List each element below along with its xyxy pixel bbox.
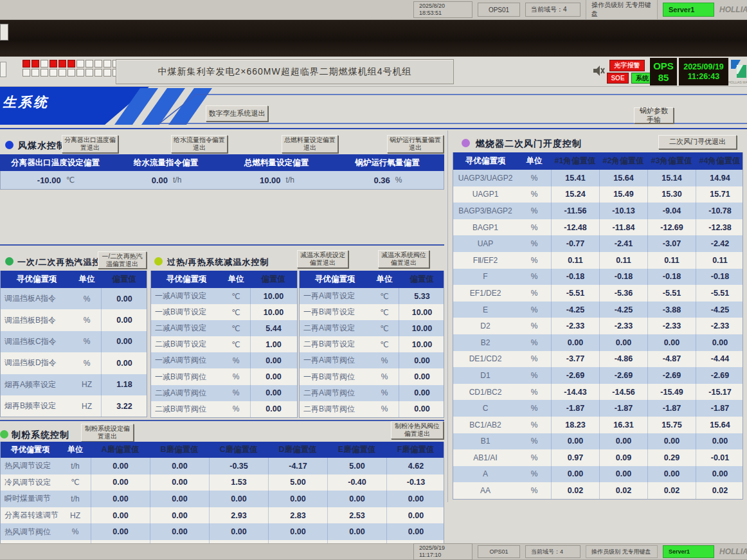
alarm-indicator[interactable] bbox=[32, 60, 39, 68]
table-cell: ℃ bbox=[370, 340, 399, 349]
table-cell: 0.00 bbox=[101, 309, 147, 330]
alarm-indicator[interactable] bbox=[59, 60, 66, 68]
alarm-indicator[interactable] bbox=[76, 69, 84, 77]
table-cell: -1.87 bbox=[551, 400, 599, 417]
table-row: B1%0.000.000.000.00 bbox=[453, 433, 742, 450]
alarm-indicator[interactable] bbox=[32, 69, 39, 77]
table-cell: % bbox=[518, 354, 551, 363]
table-row: C%-1.87-1.87-1.87-1.87 bbox=[453, 400, 742, 417]
alarm-indicator[interactable] bbox=[86, 69, 93, 77]
alarm-indicator[interactable] bbox=[94, 69, 102, 77]
table-cell: -2.33 bbox=[696, 318, 744, 334]
table-cell: -1.87 bbox=[696, 400, 744, 417]
spray-valve-bias-exit-button[interactable]: 减温水系统阀位偏置退出 bbox=[378, 250, 429, 268]
table-header-cell: 单位 bbox=[370, 274, 399, 285]
table-row: D1%-2.69-2.69-2.69-2.69 bbox=[453, 367, 742, 384]
top-date: 2025/8/20 bbox=[419, 3, 467, 10]
table-cell: -5.51 bbox=[551, 285, 599, 302]
alarm-indicator[interactable] bbox=[22, 60, 30, 68]
speaker-icon[interactable] bbox=[592, 64, 605, 77]
table-body: 热风调节设定t/h0.000.00-0.35-4.175.004.62冷风调节设… bbox=[1, 458, 444, 557]
table-header-cell: #3角偏置值 bbox=[647, 156, 696, 167]
table-cell: HZ bbox=[73, 402, 101, 411]
boiler-manual-input-button[interactable]: 锅炉参数手输 bbox=[634, 107, 674, 123]
table-cell: 0.00 bbox=[91, 507, 150, 524]
table-row: 一再B调节阀位%0.00 bbox=[300, 368, 444, 384]
bottom-datetime: 2025/9/19 11:17:10 bbox=[413, 543, 473, 560]
table-header-cell: 给水流量指令偏置 bbox=[111, 158, 221, 168]
section-title: 过热/再热系统减温水控制 bbox=[167, 257, 269, 268]
table-cell: 0.00 bbox=[150, 523, 209, 540]
secondary-air-opt-exit-button[interactable]: 二次风门寻优退出 bbox=[658, 135, 737, 149]
digital-twin-exit-button[interactable]: 数字孪生系统退出 bbox=[206, 105, 268, 122]
table-cell: -0.40 bbox=[327, 474, 386, 491]
reheat-bias-exit-button[interactable]: 一/二次再热汽温偏置退出 bbox=[98, 251, 147, 269]
table-row: 一再B调节设定℃10.00 bbox=[300, 304, 444, 320]
top-time: 18:53:51 bbox=[419, 10, 467, 17]
table-cell: 二再B调节阀位 bbox=[300, 404, 370, 415]
table-cell: DE1/CD2 bbox=[453, 354, 518, 363]
table-cell: 2.83 bbox=[268, 507, 327, 524]
table-cell: 烟再A频率设定 bbox=[1, 379, 73, 390]
top-station: OPS01 bbox=[478, 3, 520, 17]
alarm-indicator[interactable] bbox=[50, 69, 57, 77]
table-row: 烟再B频率设定HZ3.22 bbox=[1, 395, 147, 417]
alarm-indicator[interactable] bbox=[104, 60, 111, 68]
table-row: 二再B调节阀位%0.00 bbox=[300, 401, 444, 417]
table-row: 调温挡板B指令%0.00 bbox=[1, 309, 147, 330]
table-cell: D1 bbox=[453, 371, 518, 380]
ops-station-display: OPS 85 bbox=[650, 58, 677, 86]
alarm-indicator[interactable] bbox=[76, 60, 84, 68]
table-header-cell: 总燃料量设定偏置 bbox=[221, 158, 332, 168]
bottom-system-bar: 2025/9/19 11:17:10 OPS01 当前域号：4 操作员级别 无专… bbox=[0, 543, 747, 560]
alarm-indicator[interactable] bbox=[104, 69, 111, 77]
table-cell: 0.00 bbox=[150, 474, 209, 491]
table-cell: AA bbox=[453, 486, 518, 495]
table-cell: 5.00 bbox=[268, 474, 327, 491]
table-cell: 0.00 bbox=[101, 331, 147, 352]
mill-setpoint-bias-exit-button[interactable]: 制粉系统设定偏置退出 bbox=[81, 424, 134, 442]
alarm-indicator[interactable] bbox=[68, 69, 75, 77]
table-row: AB1/AⅠ%0.970.090.29-0.01 bbox=[453, 449, 742, 466]
table-cell: 15.49 bbox=[599, 186, 647, 203]
table-cell: 烟再B频率设定 bbox=[1, 401, 73, 411]
table-header-cell: C磨偏置值 bbox=[209, 444, 268, 455]
section-mill-control: 制粉系统控制 制粉系统设定偏置退出 制粉冷热风阀位偏置退出 寻优偏置项单位A磨偏… bbox=[0, 422, 444, 545]
table-row: 烟再A频率设定HZ1.18 bbox=[1, 374, 147, 395]
section-bullet-icon bbox=[5, 141, 14, 149]
table-cell: 0.00 bbox=[647, 433, 696, 450]
alarm-indicator[interactable] bbox=[50, 60, 57, 68]
table-cell: 调温挡板D指令 bbox=[1, 357, 73, 368]
alarm-indicator[interactable] bbox=[40, 69, 48, 77]
alarm-indicator[interactable] bbox=[22, 69, 30, 77]
soe-button[interactable]: SOE bbox=[607, 73, 629, 84]
table-cell: -12.38 bbox=[696, 219, 744, 236]
table-cell: -11.84 bbox=[599, 219, 647, 236]
table-header-cell: 锅炉运行氧量偏置 bbox=[332, 158, 443, 168]
table-cell: 15.14 bbox=[647, 170, 696, 186]
feedwater-flow-bias-exit-button[interactable]: 给水流量指令偏置退出 bbox=[171, 135, 228, 153]
spray-setpoint-bias-exit-button[interactable]: 减温水系统设定偏置退出 bbox=[297, 250, 348, 268]
separator-temp-bias-exit-button[interactable]: 分离器出口温度偏置退出 bbox=[62, 135, 118, 153]
alarm-indicator[interactable] bbox=[68, 60, 75, 68]
table-cell: -2.69 bbox=[696, 367, 744, 384]
table-cell: 0.02 bbox=[696, 482, 744, 499]
mill-air-valve-bias-exit-button[interactable]: 制粉冷热风阀位偏置退出 bbox=[391, 421, 444, 439]
alarm-indicator[interactable] bbox=[86, 60, 93, 68]
total-fuel-bias-exit-button[interactable]: 总燃料量设定偏置退出 bbox=[282, 135, 338, 153]
table-row: FⅡ/EF2%0.110.110.110.11 bbox=[453, 252, 742, 269]
table-cell: -4.44 bbox=[696, 351, 744, 368]
table-cell: % bbox=[518, 272, 551, 281]
table-header-cell: #2角偏置值 bbox=[599, 156, 647, 167]
edge-cut-element bbox=[0, 62, 6, 77]
table-cell: 10.00 bbox=[250, 304, 296, 320]
oxygen-bias-exit-button[interactable]: 锅炉运行氧量偏置退出 bbox=[387, 135, 444, 153]
table-row: 一减A调节阀位%0.00 bbox=[151, 352, 297, 368]
table-row: 一减A调节设定℃10.00 bbox=[151, 288, 297, 304]
light-word-alarm-button[interactable]: 光字报警 bbox=[609, 60, 645, 71]
table-cell: -4.17 bbox=[268, 458, 327, 474]
alarm-indicator[interactable] bbox=[59, 69, 66, 77]
alarm-indicator[interactable] bbox=[40, 60, 48, 68]
table-cell: 1.53 bbox=[209, 474, 268, 491]
alarm-indicator[interactable] bbox=[94, 60, 102, 68]
